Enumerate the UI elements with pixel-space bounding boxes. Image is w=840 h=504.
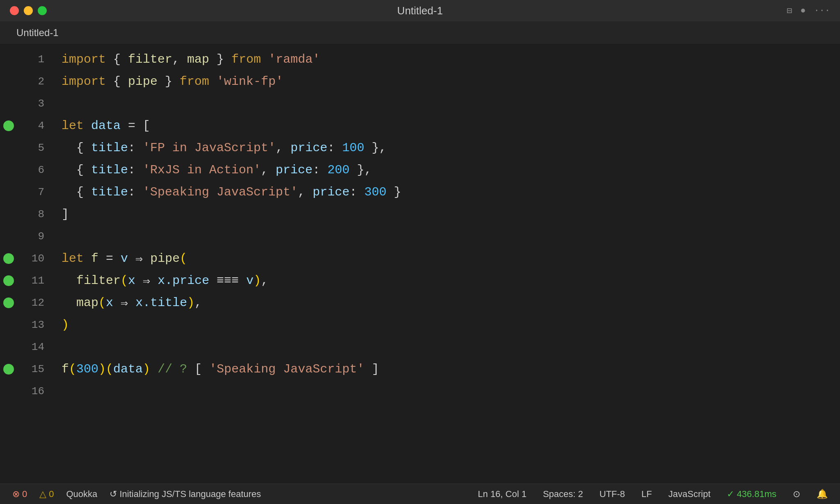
window-title: Untitled-1 [397, 5, 443, 17]
code-line: f(300)(data) // ? [ 'Speaking JavaScript… [49, 358, 834, 380]
str-token: 'ramda' [268, 52, 320, 66]
punct-token: ≡≡≡ [209, 274, 246, 288]
punct-token: { [106, 75, 128, 89]
warning-icon: △ [39, 489, 46, 499]
punct-token: : [313, 163, 327, 177]
code-line: { title: 'RxJS in Action', price: 200 }, [49, 159, 834, 181]
encoding: UTF-8 [600, 489, 625, 499]
minimize-button[interactable] [24, 6, 33, 15]
arrow-token: ⇒ [135, 273, 158, 288]
paren-token: ( [106, 362, 113, 376]
fn-token: filter [128, 52, 172, 66]
editor: 12345678910111213141516 import { filter,… [0, 44, 840, 484]
punct-token: ] [364, 362, 379, 376]
kw-token: from [231, 52, 261, 66]
code-line: filter(x ⇒ x.price ≡≡≡ v), [49, 270, 834, 292]
punct-token: , [261, 274, 268, 288]
code-line [49, 380, 834, 402]
code-line [49, 225, 834, 247]
statusbar: ⊗ 0 △ 0 Quokka ↺ Initializing JS/TS lang… [0, 484, 840, 504]
refresh-icon: ↺ [110, 489, 119, 499]
perf: ✓ 436.81ms [727, 489, 776, 499]
fn-token: filter [76, 274, 121, 288]
scrollbar[interactable] [834, 44, 840, 484]
code-line: let data = [ [49, 115, 834, 137]
gutter: 12345678910111213141516 [0, 44, 49, 484]
gutter-row: 3 [0, 93, 49, 115]
paren-token: ) [187, 296, 194, 310]
line-number: 5 [16, 142, 49, 154]
breakpoint-indicator[interactable] [3, 120, 14, 131]
close-button[interactable] [10, 6, 19, 15]
line-number: 11 [16, 275, 49, 287]
fn-token: pipe [150, 252, 180, 266]
remote-icon: ⊙ [793, 489, 800, 499]
titlebar-actions: ⊟ ● ··· [787, 5, 830, 16]
fn-token: map [187, 52, 209, 66]
punct-token: , [172, 52, 187, 66]
str-token: 'Speaking JavaScript' [143, 185, 298, 199]
breakpoint-indicator[interactable] [3, 297, 14, 308]
prop-token: title [91, 185, 128, 199]
prop-token: title [91, 141, 128, 155]
str-token: 'Speaking JavaScript' [209, 362, 364, 376]
code-content[interactable]: import { filter, map } from 'ramda'impor… [49, 44, 834, 484]
split-editor-icon[interactable]: ⊟ [787, 5, 792, 16]
paren-token: ) [143, 362, 150, 376]
punct-token: = [98, 252, 121, 266]
num-token: 200 [327, 163, 349, 177]
punct-token: [ [194, 362, 209, 376]
gutter-row: 16 [0, 380, 49, 402]
titlebar: Untitled-1 ⊟ ● ··· [0, 0, 840, 21]
quokka-label: Quokka [66, 489, 98, 499]
num-token: 300 [364, 185, 386, 199]
punct-token [62, 296, 76, 310]
breakpoint-indicator[interactable] [3, 275, 14, 286]
gutter-row: 8 [0, 203, 49, 225]
gutter-row: 15 [0, 358, 49, 380]
num-token: 300 [76, 362, 98, 376]
punct-token [84, 252, 91, 266]
fn-token: f [91, 252, 98, 266]
tab-untitled[interactable]: Untitled-1 [8, 24, 67, 42]
eol: LF [641, 489, 652, 499]
code-line: import { filter, map } from 'ramda' [49, 48, 834, 70]
param-token: x [128, 274, 135, 288]
paren-token: ( [69, 362, 76, 376]
maximize-button[interactable] [38, 6, 47, 15]
line-number: 4 [16, 120, 49, 132]
punct-token: { [62, 141, 91, 155]
kw-token: from [180, 75, 209, 89]
punct-token: , [261, 163, 276, 177]
gutter-row: 7 [0, 181, 49, 203]
paren-token: ( [98, 296, 106, 310]
line-number: 12 [16, 297, 49, 309]
breakpoint-indicator[interactable] [3, 253, 14, 264]
punct-token: : [128, 185, 143, 199]
line-number: 15 [16, 363, 49, 375]
language-status: ↺ Initializing JS/TS language features [110, 489, 261, 499]
code-line: import { pipe } from 'wink-fp' [49, 70, 834, 93]
line-number: 16 [16, 385, 49, 397]
prop-token: price [276, 163, 313, 177]
kw-token: let [62, 119, 84, 133]
prop-token: price [313, 185, 349, 199]
param-token: v [121, 252, 128, 266]
punct-token [84, 119, 91, 133]
error-count: ⊗ 0 [12, 489, 27, 499]
kw-token: import [62, 75, 106, 89]
gutter-row: 14 [0, 336, 49, 358]
code-line: { title: 'Speaking JavaScript', price: 3… [49, 181, 834, 203]
more-actions-icon[interactable]: ··· [814, 6, 830, 16]
breakpoint-indicator[interactable] [3, 364, 14, 375]
punct-token: } [158, 75, 180, 89]
code-line: ] [49, 203, 834, 225]
line-number: 7 [16, 186, 49, 198]
fn-token: map [76, 296, 98, 310]
punct-token: , [298, 185, 313, 199]
arrow-token: ⇒ [128, 251, 150, 266]
punct-token: { [62, 185, 91, 199]
prop-token: x.title [135, 296, 187, 310]
punct-token: } [209, 52, 231, 66]
gutter-row: 11 [0, 270, 49, 292]
